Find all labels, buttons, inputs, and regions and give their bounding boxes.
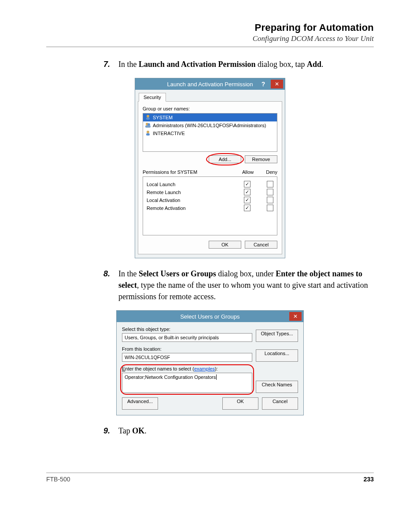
object-type-label: Select this object type:: [122, 327, 252, 332]
input-value: Operator;Network Configuration Operators: [125, 374, 216, 380]
chapter-title: Preparing for Automation: [46, 22, 374, 33]
allow-checkbox[interactable]: [244, 181, 251, 187]
permission-row: Remote Activation: [147, 205, 273, 211]
deny-checkbox[interactable]: [267, 189, 273, 195]
text-bold: Select Users or Groups: [139, 269, 216, 278]
deny-header: Deny: [266, 169, 277, 175]
text: , type the name of the user to whom you …: [118, 281, 368, 301]
allow-header: Allow: [242, 169, 254, 175]
permission-row: Local Activation: [147, 197, 273, 203]
text: In the: [118, 269, 139, 278]
group-label: Group or user names:: [143, 106, 277, 111]
text-bold: Add: [307, 60, 321, 69]
user-icon: [145, 114, 153, 121]
list-item[interactable]: INTERACTIVE: [143, 129, 277, 137]
remove-button[interactable]: Remove: [245, 155, 277, 163]
step-8: 8. In the Select Users or Groups dialog …: [103, 268, 374, 302]
allow-checkbox[interactable]: [244, 197, 251, 203]
dialog-launch-activation-permission: Launch and Activation Permission ? ✕ Sec…: [135, 78, 285, 258]
object-names-input[interactable]: Operator;Network Configuration Operators: [122, 373, 252, 393]
list-item-label: INTERACTIVE: [153, 131, 185, 136]
text: Tap: [118, 426, 132, 435]
permission-name: Local Launch: [147, 182, 244, 187]
header-rule: [46, 47, 374, 47]
permissions-list: Local LaunchRemote LaunchLocal Activatio…: [143, 176, 277, 235]
cancel-button[interactable]: Cancel: [262, 397, 298, 410]
figure-launch-permission: Launch and Activation Permission ? ✕ Sec…: [46, 78, 374, 258]
permissions-for-label: Permissions for SYSTEM: [143, 169, 197, 175]
list-item-label: Administrators (WIN-26CUL1QFOSF\Administ…: [153, 123, 266, 128]
svg-point-5: [147, 131, 149, 133]
list-item[interactable]: Administrators (WIN-26CUL1QFOSF\Administ…: [143, 121, 277, 129]
object-type-field[interactable]: Users, Groups, or Built-in security prin…: [122, 333, 252, 342]
section-title: Configuring DCOM Access to Your Unit: [46, 34, 374, 43]
ok-button[interactable]: OK: [222, 397, 258, 410]
user-list[interactable]: SYSTEMAdministrators (WIN-26CUL1QFOSF\Ad…: [143, 113, 277, 152]
cancel-button[interactable]: Cancel: [245, 241, 277, 249]
deny-checkbox[interactable]: [267, 181, 273, 187]
deny-checkbox[interactable]: [267, 197, 273, 203]
text: In the: [118, 60, 139, 69]
ok-button[interactable]: OK: [209, 241, 241, 249]
deny-checkbox[interactable]: [267, 205, 273, 211]
add-button[interactable]: Add...: [209, 155, 241, 163]
step-7: 7. In the Launch and Activation Permissi…: [103, 59, 374, 70]
examples-link[interactable]: examples: [194, 366, 215, 371]
allow-checkbox[interactable]: [244, 189, 251, 195]
permission-name: Remote Activation: [147, 205, 244, 211]
highlight-add: Add...: [209, 155, 241, 163]
step-9: 9. Tap OK.: [103, 425, 374, 437]
titlebar: Launch and Activation Permission ? ✕: [135, 78, 285, 90]
page-header: Preparing for Automation Configuring DCO…: [46, 22, 374, 43]
page-number: 233: [364, 476, 374, 483]
text-bold: Launch and Activation Permission: [139, 60, 256, 69]
user-icon: [145, 130, 153, 137]
allow-checkbox[interactable]: [244, 205, 251, 211]
list-item[interactable]: SYSTEM: [143, 114, 277, 121]
titlebar: Select Users or Groups ✕: [117, 311, 303, 322]
close-icon[interactable]: ✕: [289, 312, 302, 321]
highlight-object-names: Enter the object names to select (exampl…: [122, 366, 252, 393]
svg-rect-4: [145, 125, 151, 128]
step-text: In the Select Users or Groups dialog box…: [118, 268, 374, 302]
permission-row: Local Launch: [147, 181, 273, 187]
locations-button[interactable]: Locations...: [256, 349, 298, 362]
svg-point-0: [147, 115, 149, 117]
close-icon[interactable]: ✕: [271, 80, 283, 88]
advanced-button[interactable]: Advanced...: [122, 397, 158, 410]
step-text: Tap OK.: [118, 425, 374, 437]
text: .: [144, 426, 147, 435]
figure-select-users: Select Users or Groups ✕ Select this obj…: [46, 310, 374, 415]
permission-name: Remote Launch: [147, 190, 244, 195]
tab-panel: Group or user names: SYSTEMAdministrator…: [138, 101, 282, 254]
step-number: 7.: [103, 59, 118, 70]
dialog-select-users-or-groups: Select Users or Groups ✕ Select this obj…: [116, 310, 304, 415]
object-types-button[interactable]: Object Types...: [256, 330, 298, 342]
text-bold: OK: [132, 426, 144, 435]
text-cursor: [216, 374, 217, 380]
text: dialog box, tap: [256, 60, 307, 69]
permissions-header: Permissions for SYSTEM Allow Deny: [143, 169, 277, 175]
svg-rect-1: [146, 117, 150, 120]
footer-model: FTB-500: [46, 476, 70, 483]
page-footer: FTB-500 233: [46, 473, 374, 483]
dialog-title: Select Users or Groups: [117, 313, 303, 320]
location-label: From this location:: [122, 346, 252, 352]
step-text: In the Launch and Activation Permission …: [118, 59, 374, 70]
svg-rect-6: [146, 133, 150, 136]
enter-names-label: Enter the object names to select (exampl…: [122, 366, 252, 371]
list-item-label: SYSTEM: [153, 115, 173, 120]
permission-row: Remote Launch: [147, 189, 273, 195]
permission-name: Local Activation: [147, 198, 244, 203]
step-number: 8.: [103, 268, 118, 302]
check-names-button[interactable]: Check Names: [256, 381, 298, 393]
location-field[interactable]: WIN-26CUL1QFOSF: [122, 353, 252, 362]
tab-security[interactable]: Security: [139, 93, 166, 102]
user-icon: [145, 122, 153, 129]
text: dialog box, under: [216, 269, 276, 278]
help-icon[interactable]: ?: [258, 78, 269, 90]
text: .: [321, 60, 324, 69]
step-number: 9.: [103, 425, 118, 437]
